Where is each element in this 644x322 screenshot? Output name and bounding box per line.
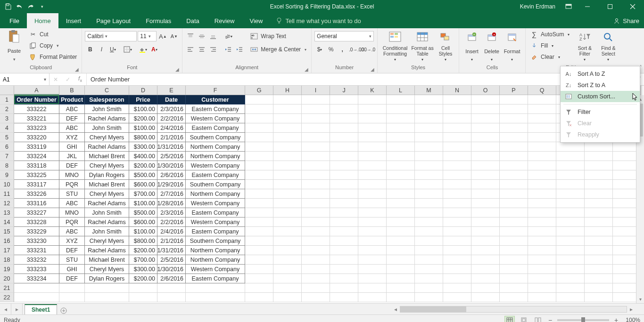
tab-insert[interactable]: Insert xyxy=(58,13,89,28)
increase-indent-icon[interactable] xyxy=(234,44,245,55)
zoom-slider[interactable] xyxy=(557,319,609,321)
dialog-launcher-icon[interactable]: ◢ xyxy=(305,67,308,72)
table-cell[interactable]: $200.00 xyxy=(129,274,157,283)
table-cell[interactable]: 2/7/2016 xyxy=(157,189,186,199)
align-center-icon[interactable] xyxy=(197,44,207,55)
column-header[interactable]: F xyxy=(186,86,245,95)
table-cell[interactable]: Cheryl Myers xyxy=(85,265,129,274)
table-cell[interactable]: Eastern Company xyxy=(186,123,245,133)
table-cell[interactable]: Rachel Adams xyxy=(85,142,129,152)
table-cell[interactable]: MNO xyxy=(59,208,85,217)
decrease-indent-icon[interactable] xyxy=(223,44,233,55)
zoom-level[interactable]: 100% xyxy=(623,317,640,322)
font-name-combo[interactable]: Calibri▾ xyxy=(85,31,137,41)
cancel-formula-icon[interactable]: ✕ xyxy=(50,76,62,83)
scroll-left-icon[interactable]: ◂ xyxy=(391,306,400,313)
table-cell[interactable]: $100.00 xyxy=(129,199,157,208)
table-cell[interactable]: $800.00 xyxy=(129,133,157,142)
undo-icon[interactable] xyxy=(14,1,25,12)
decrease-decimal-icon[interactable]: .00→.0 xyxy=(363,44,373,55)
decrease-font-icon[interactable]: A▼ xyxy=(169,31,179,41)
table-cell[interactable]: $300.00 xyxy=(129,265,157,274)
fill-color-icon[interactable]: ▾ xyxy=(138,44,148,55)
table-cell[interactable]: Cheryl Myers xyxy=(85,189,129,199)
table-cell[interactable]: 1/30/2016 xyxy=(157,161,186,170)
column-header[interactable]: J xyxy=(330,86,358,95)
sheet-nav-prev-icon[interactable]: ◂ xyxy=(0,304,11,314)
comma-format-icon[interactable]: , xyxy=(337,44,347,55)
table-cell[interactable]: Western Company xyxy=(186,161,245,170)
table-cell[interactable]: 1/31/2016 xyxy=(157,246,186,255)
table-cell[interactable]: Western Company xyxy=(186,265,245,274)
minimize-button[interactable] xyxy=(577,0,598,13)
table-cell[interactable]: 2/5/2016 xyxy=(157,152,186,161)
table-cell[interactable]: Northern Company xyxy=(186,142,245,152)
table-cell[interactable]: 333118 xyxy=(14,161,59,170)
redo-icon[interactable] xyxy=(25,1,36,12)
column-header[interactable]: A xyxy=(14,86,59,95)
table-cell[interactable]: 2/1/2016 xyxy=(157,133,186,142)
table-cell[interactable]: Southern Company xyxy=(186,236,245,246)
delete-cells-button[interactable]: × Delete▾ xyxy=(482,29,502,62)
column-header[interactable]: G xyxy=(245,86,273,95)
table-header-cell[interactable]: Salesperson xyxy=(85,95,129,105)
table-cell[interactable]: Western Company xyxy=(186,217,245,227)
table-cell[interactable]: $500.00 xyxy=(129,208,157,217)
horizontal-scrollbar[interactable]: ◂ ▸ xyxy=(391,305,636,314)
table-cell[interactable]: 1/29/2016 xyxy=(157,180,186,189)
table-cell[interactable]: 333226 xyxy=(14,189,59,199)
table-cell[interactable]: GHI xyxy=(59,142,85,152)
table-cell[interactable]: Rachel Adams xyxy=(85,199,129,208)
column-header[interactable]: O xyxy=(471,86,500,95)
table-cell[interactable]: Rachel Adams xyxy=(85,246,129,255)
align-right-icon[interactable] xyxy=(208,44,218,55)
dialog-launcher-icon[interactable]: ◢ xyxy=(75,67,79,72)
column-header[interactable]: M xyxy=(415,86,443,95)
fill-button[interactable]: Fill▾ xyxy=(528,40,571,51)
scroll-down-icon[interactable]: ▾ xyxy=(636,295,644,303)
table-cell[interactable]: Eastern Company xyxy=(186,274,245,283)
table-cell[interactable]: 2/5/2016 xyxy=(157,255,186,265)
table-cell[interactable]: John Smith xyxy=(85,105,129,114)
align-top-icon[interactable] xyxy=(185,31,196,41)
underline-icon[interactable]: U▾ xyxy=(107,44,118,55)
table-header-cell[interactable]: Date xyxy=(157,95,186,105)
normal-view-icon[interactable] xyxy=(504,316,515,322)
cell-styles-button[interactable]: Cell Styles▾ xyxy=(435,29,456,62)
table-cell[interactable]: 2/3/2016 xyxy=(157,105,186,114)
table-cell[interactable]: $700.00 xyxy=(129,189,157,199)
chevron-down-icon[interactable]: ▾ xyxy=(41,77,49,82)
scroll-right-icon[interactable]: ▸ xyxy=(627,306,636,313)
sort-filter-button[interactable]: AZ Sort & Filter▾ xyxy=(574,29,595,62)
clear-button[interactable]: Clear▾ xyxy=(528,52,571,62)
tab-data[interactable]: Data xyxy=(179,13,206,28)
table-cell[interactable]: 2/6/2016 xyxy=(157,170,186,180)
align-left-icon[interactable] xyxy=(185,44,196,55)
column-header[interactable]: E xyxy=(157,86,186,95)
table-cell[interactable]: $100.00 xyxy=(129,105,157,114)
table-cell[interactable]: Cheryl Myers xyxy=(85,133,129,142)
zoom-in-icon[interactable]: + xyxy=(613,316,619,322)
table-cell[interactable]: XYZ xyxy=(59,236,85,246)
table-cell[interactable]: Northern Company xyxy=(186,152,245,161)
table-cell[interactable]: Northern Company xyxy=(186,246,245,255)
maximize-button[interactable] xyxy=(600,0,620,13)
table-cell[interactable]: Northern Company xyxy=(186,189,245,199)
table-cell[interactable]: 1/30/2016 xyxy=(157,265,186,274)
table-cell[interactable]: STU xyxy=(59,189,85,199)
table-cell[interactable]: $800.00 xyxy=(129,236,157,246)
table-header-cell[interactable]: Order Number xyxy=(14,95,59,105)
table-cell[interactable]: Michael Brent xyxy=(85,152,129,161)
bold-icon[interactable]: B xyxy=(85,44,95,55)
share-button[interactable]: Share xyxy=(613,13,639,28)
table-cell[interactable]: DEF xyxy=(59,246,85,255)
align-middle-icon[interactable] xyxy=(197,31,207,41)
tab-formulas[interactable]: Formulas xyxy=(138,13,179,28)
table-cell[interactable]: 333225 xyxy=(14,170,59,180)
zoom-out-icon[interactable]: − xyxy=(547,316,553,322)
table-cell[interactable]: $700.00 xyxy=(129,255,157,265)
scroll-thumb[interactable] xyxy=(400,306,466,312)
table-cell[interactable]: Rachel Adams xyxy=(85,114,129,123)
new-sheet-button[interactable] xyxy=(57,307,70,314)
table-cell[interactable]: John Smith xyxy=(85,227,129,236)
